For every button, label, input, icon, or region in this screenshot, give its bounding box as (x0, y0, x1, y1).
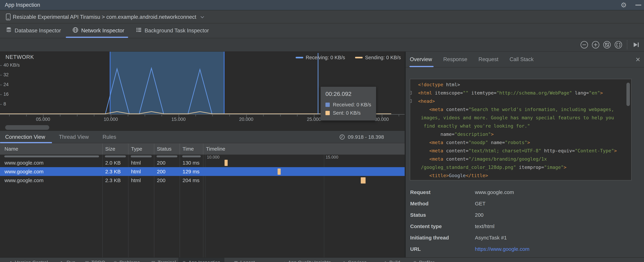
table-row[interactable]: www.google.com2.3 KBhtml200204 ms (0, 176, 405, 185)
tab-label: Thread View (59, 134, 89, 140)
version-control-icon: ◆ (9, 260, 12, 262)
x-tick-label: 10.000 (104, 117, 118, 122)
connection-details-panel: OverviewResponseRequestCall Stack × <!do… (406, 52, 644, 257)
cell-size: 2.0 KB (105, 158, 128, 167)
field-label: Content type (410, 224, 442, 229)
tab-response[interactable]: Response (443, 52, 467, 67)
chevron-down-icon[interactable] (200, 16, 204, 18)
header-column-separator (102, 144, 103, 154)
x-minor-tick (229, 115, 230, 116)
tab-thread-view[interactable]: Thread View (52, 131, 96, 143)
tool-window-button-terminal[interactable]: ▤Terminal (147, 258, 180, 262)
problems-icon: ◎ (114, 260, 117, 262)
cell-name: www.google.com (4, 167, 104, 176)
tab-label: Network Inspector (81, 28, 124, 34)
code-line: /googleg_standard_color_128dp.png" itemp… (418, 163, 617, 172)
code-line: <script nonce="p4QZXBJIXBBwF13DtS-vXw">(… (418, 180, 617, 180)
zoom-in-icon[interactable] (591, 40, 600, 49)
code-fold-icon[interactable]: − (410, 99, 412, 103)
code-line: <html itemscope="" itemtype="http://sche… (418, 89, 617, 97)
chart-scrollbar[interactable] (5, 125, 49, 130)
tool-window-button-app-quality-insights[interactable]: ◔App Quality Insights (279, 258, 335, 262)
x-minor-tick (196, 115, 196, 116)
tab-database-inspector[interactable]: Database Inspector (6, 24, 61, 38)
tab-call-stack[interactable]: Call Stack (510, 52, 534, 67)
close-icon[interactable]: × (636, 55, 640, 64)
tool-window-button-app-inspection[interactable]: ◉App Inspection (178, 258, 224, 262)
tab-overview[interactable]: Overview (410, 52, 432, 67)
header-column-separator (128, 144, 128, 154)
tool-window-label: App Quality Insights (288, 260, 331, 262)
column-header-status[interactable]: Status (157, 143, 179, 154)
process-selector-bar[interactable]: Resizable Experimental API Tiramisu > co… (0, 10, 644, 24)
tab-label: Background Task Inspector (145, 28, 209, 34)
tool-window-label: Logcat (240, 260, 255, 262)
header-column-separator (154, 144, 154, 154)
field-label: Request (410, 189, 430, 195)
code-line: <meta content="Search the world's inform… (418, 105, 617, 114)
tab-label: Overview (410, 56, 432, 62)
field-value: GET (475, 201, 486, 206)
cell-type: html (131, 176, 154, 185)
tab-rules[interactable]: Rules (96, 131, 123, 143)
settings-gear-icon[interactable]: ⚙ (620, 1, 627, 9)
tool-window-button-logcat[interactable]: ▥Logcat (230, 258, 259, 262)
inspector-tabs-bar: Database InspectorNetwork InspectorBackg… (0, 24, 644, 38)
response-preview-code[interactable]: <!doctype html><html itemscope="" itemty… (410, 79, 632, 180)
tool-window-button-todo[interactable]: ▣TODO (81, 258, 109, 262)
field-label: Initiating thread (410, 235, 449, 241)
tool-window-button-services[interactable]: ◈Services (338, 258, 371, 262)
column-header-timeline[interactable]: Timeline (206, 143, 404, 154)
table-row[interactable]: www.google.com2.0 KBhtml200130 ms (0, 158, 405, 167)
x-minor-tick (94, 115, 94, 116)
zoom-out-icon[interactable] (580, 40, 588, 49)
zoom-to-selection-icon[interactable] (614, 40, 623, 49)
table-row[interactable]: www.google.com2.3 KBhtml200129 ms (0, 167, 405, 176)
tool-window-button-build[interactable]: ◇Build (380, 258, 404, 262)
tool-window-label: Profiler (419, 260, 434, 262)
x-minor-tick (297, 115, 298, 116)
run-icon: ▶ (61, 260, 64, 262)
column-header-time[interactable]: Time (182, 143, 202, 154)
tool-window-button-version-control[interactable]: ◆Version Control (5, 258, 52, 262)
terminal-icon: ▤ (151, 260, 155, 262)
legend-label: Receiving: 0 KB/s (306, 55, 345, 60)
detail-field-row: URLhttps://www.google.com (410, 246, 634, 254)
column-header-name[interactable]: Name (4, 143, 104, 154)
reset-zoom-icon[interactable] (603, 40, 611, 49)
receiving-legend-icon (296, 57, 303, 58)
column-ruler-pill (156, 156, 177, 157)
tab-label: Database Inspector (15, 28, 61, 34)
detail-field-row: Initiating threadAsyncTask #1 (410, 235, 634, 242)
database-icon (6, 27, 12, 34)
x-minor-tick (145, 115, 145, 116)
x-minor-tick (212, 115, 213, 116)
url-link[interactable]: https://www.google.com (475, 246, 530, 252)
network-chart[interactable]: NETWORK 40 KB/s3224168 Receiving: 0 KB/s… (0, 52, 405, 130)
x-minor-tick (9, 115, 10, 116)
cell-time: 130 ms (182, 158, 202, 167)
tab-connection-view[interactable]: Connection View (0, 131, 52, 143)
tab-request[interactable]: Request (478, 52, 498, 67)
tool-window-button-profiler[interactable]: ◷Profiler (409, 258, 438, 262)
code-fold-icon[interactable]: − (410, 91, 412, 94)
tool-window-button-problems[interactable]: ◎Problems (109, 258, 144, 262)
code-scrollbar-thumb[interactable] (626, 83, 630, 106)
tab-network-inspector[interactable]: Network Inspector (72, 24, 124, 38)
cell-size: 2.3 KB (105, 167, 128, 176)
detail-field-row: Content typetext/html (410, 224, 634, 231)
column-header-type[interactable]: Type (131, 143, 154, 154)
tab-label: Response (443, 56, 467, 62)
tool-window-button-run[interactable]: ▶Run (57, 258, 80, 262)
process-label: Resizable Experimental API Tiramisu > co… (13, 14, 196, 20)
chart-legend: Receiving: 0 KB/sSending: 0 KB/s (296, 55, 401, 60)
tooltip-row-label: Sent: 0 KB/s (333, 110, 360, 116)
header-column-separator (203, 144, 203, 154)
tab-background-task-inspector[interactable]: Background Task Inspector (136, 24, 209, 38)
hide-panel-icon[interactable] (636, 5, 641, 6)
tool-window-label: TODO (92, 260, 105, 262)
go-live-icon[interactable] (632, 40, 640, 49)
x-minor-tick (162, 115, 162, 116)
column-header-size[interactable]: Size (105, 143, 128, 154)
tooltip-row-label: Received: 0 KB/s (333, 102, 371, 108)
